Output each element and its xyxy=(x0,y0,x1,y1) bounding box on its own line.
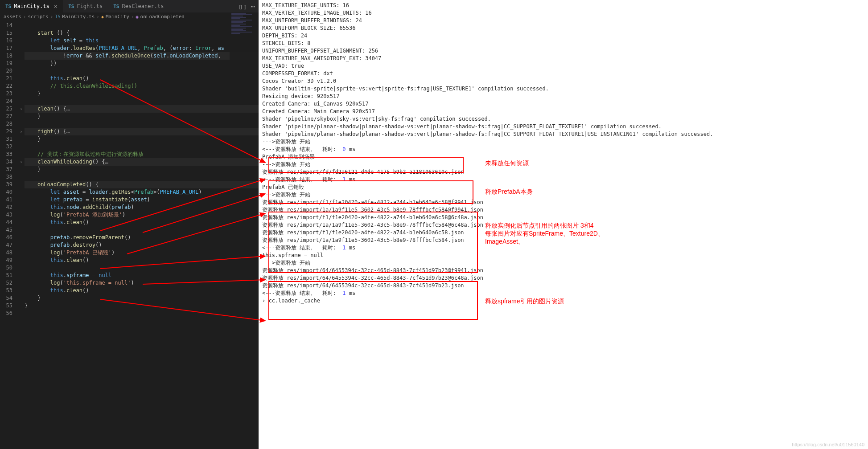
crumb[interactable]: MainCity.ts xyxy=(62,14,95,20)
tab-label: Fight.ts xyxy=(77,3,103,9)
fold-gutter xyxy=(18,21,25,449)
tab-rescleaner[interactable]: TSResCleaner.ts xyxy=(108,0,169,12)
split-editor-icon[interactable]: ▯▯ xyxy=(239,2,247,11)
class-icon: ◆ xyxy=(101,14,104,19)
breadcrumb[interactable]: assets› scripts› TS MainCity.ts› ◆ MainC… xyxy=(0,12,259,21)
annotation-2: 释放PrefabA本身 xyxy=(485,188,533,196)
tab-bar: TSMainCity.ts TSFight.ts TSResCleaner.ts… xyxy=(0,0,259,12)
method-icon: ◉ xyxy=(136,14,139,19)
ts-icon: TS xyxy=(55,14,60,19)
ts-icon: TS xyxy=(113,4,119,9)
crumb[interactable]: scripts xyxy=(28,14,48,20)
more-icon[interactable]: ⋯ xyxy=(251,2,255,11)
editor-panel: TSMainCity.ts TSFight.ts TSResCleaner.ts… xyxy=(0,0,259,449)
code-area[interactable]: start () { let self = this loader.loadRe… xyxy=(25,21,259,449)
console-panel: MAX_TEXTURE_IMAGE_UNITS: 16MAX_VERTEX_TE… xyxy=(259,0,868,449)
watermark: https://blog.csdn.net/u011560140 xyxy=(792,442,864,447)
code-editor[interactable]: 1415161718192021222324252728293132333437… xyxy=(0,21,259,449)
tab-fight[interactable]: TSFight.ts xyxy=(63,0,108,12)
annotation-4: 释放spframe引用的图片资源 xyxy=(485,298,564,306)
tab-label: ResCleaner.ts xyxy=(122,3,164,9)
close-icon[interactable] xyxy=(54,3,58,10)
ts-icon: TS xyxy=(5,4,11,9)
minimap[interactable] xyxy=(230,12,259,102)
line-number-gutter: 1415161718192021222324252728293132333437… xyxy=(0,21,18,449)
ts-icon: TS xyxy=(68,4,74,9)
tab-maincity[interactable]: TSMainCity.ts xyxy=(0,0,63,12)
console-output[interactable]: MAX_TEXTURE_IMAGE_UNITS: 16MAX_VERTEX_TE… xyxy=(259,0,868,306)
annotation-1: 未释放任何资源 xyxy=(485,159,529,167)
crumb[interactable]: MainCity xyxy=(106,14,129,20)
crumb[interactable]: assets xyxy=(4,14,21,20)
crumb[interactable]: onLoadCompleted xyxy=(140,14,185,20)
tab-label: MainCity.ts xyxy=(14,3,49,9)
annotation-3: 释放实例化后节点引用的两张图片 3和4 每张图片对应有SpriteFrame、T… xyxy=(485,222,604,246)
